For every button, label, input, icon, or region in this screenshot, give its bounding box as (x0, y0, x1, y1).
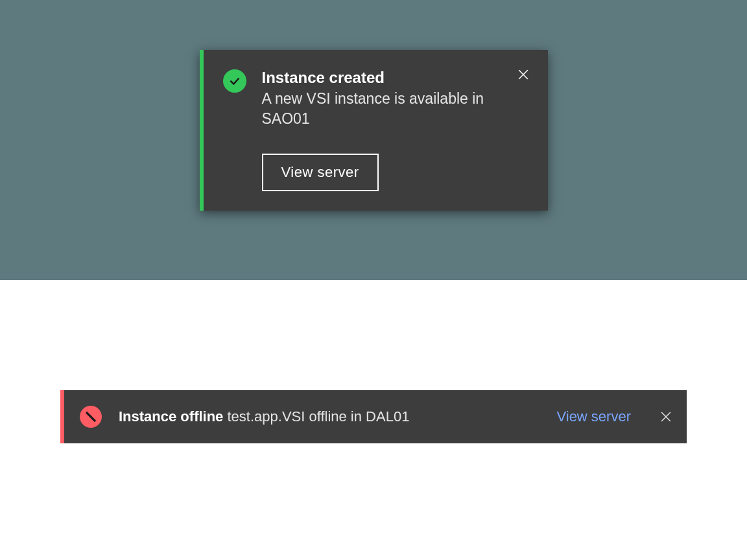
success-icon-wrap (223, 69, 246, 93)
close-icon[interactable] (657, 408, 675, 426)
top-region: Instance created A new VSI instance is a… (0, 0, 747, 280)
check-circle-icon (223, 69, 246, 93)
svg-line-2 (86, 412, 95, 421)
close-icon[interactable] (514, 65, 532, 84)
bottom-region: Instance offline test.app.VSI offline in… (0, 280, 747, 560)
success-body: Instance created A new VSI instance is a… (262, 68, 528, 191)
success-message: A new VSI instance is available in SAO01 (262, 89, 528, 129)
error-text-line: Instance offline test.app.VSI offline in… (119, 408, 530, 425)
error-circle-icon (80, 406, 102, 428)
view-server-link[interactable]: View server (556, 408, 631, 425)
success-title: Instance created (262, 68, 528, 88)
view-server-button[interactable]: View server (262, 154, 379, 191)
success-toast: Instance created A new VSI instance is a… (200, 50, 548, 211)
error-title: Instance offline (119, 408, 223, 425)
error-message: test.app.VSI offline in DAL01 (227, 408, 409, 425)
error-inline-notification: Instance offline test.app.VSI offline in… (60, 390, 687, 443)
